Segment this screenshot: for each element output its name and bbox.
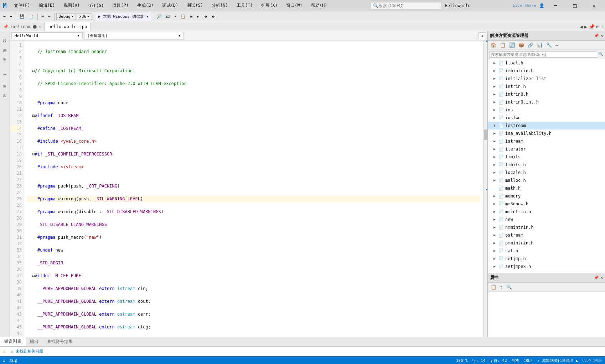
tree-item-ios[interactable]: ▶ 📄 ios <box>488 106 605 114</box>
tree-item-iostream[interactable]: ▼ 📄 iostream <box>488 122 605 130</box>
solution-search-input[interactable] <box>489 51 597 58</box>
sol-tool-7[interactable]: 🔧 <box>545 42 553 48</box>
toolbar-add[interactable]: + <box>479 32 486 39</box>
platform-dropdown[interactable]: x86 ▾ <box>77 13 92 20</box>
tree-item-initializer[interactable]: ▶ 📄 initializer_list <box>488 75 605 83</box>
status-add-source[interactable]: ↑ 添加到源代码管理 ▲ <box>537 358 578 363</box>
debug-config-dropdown[interactable]: Debug ▾ <box>56 13 76 20</box>
prop-tool-2[interactable]: ↕ <box>498 284 504 290</box>
tree-item-immintrin[interactable]: ▶ 📄 immintrin.h <box>488 67 605 75</box>
sidebar-icon-3[interactable]: 明 <box>1 51 9 59</box>
sol-search-icon[interactable]: 🔍 <box>599 52 604 57</box>
prop-pin-btn[interactable]: 📌 <box>594 275 599 280</box>
tree-item-locale-h[interactable]: ▶ 📄 locale.h <box>488 169 605 176</box>
menu-debug[interactable]: 调试(D) <box>159 2 181 9</box>
tab-pin-btn[interactable]: 📌 <box>589 24 595 30</box>
sidebar-icon-1[interactable]: 設 <box>1 33 9 41</box>
sol-close-btn[interactable]: ✕ <box>600 33 603 38</box>
tree-item-iterator[interactable]: ▶ 📄 iterator <box>488 145 605 153</box>
menu-view[interactable]: 视图(V) <box>61 2 83 9</box>
sidebar-icon-4[interactable]: 一 <box>1 69 9 77</box>
toolbar-save[interactable]: 💾 <box>18 13 26 20</box>
menu-tools[interactable]: 工具(T) <box>234 2 256 9</box>
tab-scroll-right[interactable]: ▶ <box>584 24 587 30</box>
toolbar-redo[interactable]: ↪ <box>46 13 52 20</box>
sidebar-icon-5[interactable]: 圖 <box>1 78 9 86</box>
sol-tool-4[interactable]: 📦 <box>517 42 526 48</box>
menu-ext[interactable]: 扩展(X) <box>258 2 280 9</box>
sol-tool-5[interactable]: 🔗 <box>526 42 535 48</box>
menu-test[interactable]: 测试(S) <box>184 2 206 9</box>
tree-item-intrin0[interactable]: ▶ 📄 intrin0.h <box>488 90 605 98</box>
code-scrollbar[interactable] <box>483 41 487 337</box>
sol-pin-btn[interactable]: 📌 <box>594 33 599 38</box>
search-input[interactable] <box>378 3 435 8</box>
minimize-button[interactable]: − <box>547 0 564 11</box>
toolbar-btn-3[interactable]: ✂ <box>172 13 179 20</box>
tree-item-float-h[interactable]: ▶ 📄 float.h <box>488 59 605 67</box>
toolbar-btn-8[interactable]: ⏭ <box>210 13 217 20</box>
toolbar-btn-7[interactable]: ⏮ <box>202 13 209 20</box>
tab-close-btn[interactable]: ✕ <box>39 25 41 28</box>
tree-item-memory[interactable]: ▶ 📄 memory <box>488 192 605 200</box>
toolbar-btn-6[interactable]: ▶ <box>195 13 201 20</box>
tree-item-setjmpex[interactable]: ▶ 📄 setjmpex.h <box>488 263 605 270</box>
live-share-button[interactable]: Live Share <box>513 3 536 8</box>
toolbar-undo[interactable]: ↩ <box>40 13 46 20</box>
tab-find-results[interactable]: 查找符号结果 <box>43 337 77 346</box>
sol-tool-2[interactable]: 📋 <box>498 42 507 48</box>
add-btn[interactable]: + <box>479 32 486 39</box>
menu-analyze[interactable]: 分析(N) <box>209 2 231 9</box>
close-button[interactable]: × <box>586 0 602 11</box>
code-text-area[interactable]: // iostream standard header ⊟// Copyrigh… <box>24 41 483 337</box>
sol-tool-1[interactable]: 🏠 <box>489 42 498 48</box>
tree-item-mmintrin[interactable]: ▶ 📄 mmintrin.h <box>488 208 605 216</box>
toolbar-back[interactable]: ⬅ <box>1 13 7 20</box>
tab-scroll-left[interactable]: ◀ <box>580 24 583 30</box>
sol-tool-6[interactable]: 📊 <box>536 42 544 48</box>
menu-window[interactable]: 窗口(W) <box>283 2 305 9</box>
tree-item-malloc-h[interactable]: ▶ 📄 malloc.h <box>488 176 605 184</box>
tree-item-math-h[interactable]: ▶ 📄 math.h <box>488 184 605 192</box>
prop-tool-3[interactable]: 🔍 <box>505 284 513 290</box>
tree-item-mm3dnow[interactable]: ▶ 📄 mm3dnow.h <box>488 200 605 208</box>
tree-item-isa[interactable]: ▶ 📄 isa_availability.h <box>488 130 605 137</box>
sidebar-icon-2[interactable]: 調 <box>1 42 9 50</box>
error-link[interactable]: ⚠ 未找到相关问题 <box>11 349 43 354</box>
scrollbar-thumb[interactable] <box>484 130 487 140</box>
tree-item-setjmp[interactable]: ▶ 📄 setjmp.h <box>488 255 605 263</box>
tab-hello-world[interactable]: hello_world.cpp <box>45 22 91 31</box>
sidebar-icon-6[interactable]: 鑑 <box>1 88 9 95</box>
tree-item-intrin0inl[interactable]: ▶ 📄 intrin0.inl.h <box>488 98 605 106</box>
menu-build[interactable]: 生成(B) <box>134 2 156 9</box>
toolbar-forward[interactable]: ➡ <box>8 13 14 20</box>
tab-iostream[interactable]: 📌 iostream ⬤ ✕ <box>0 22 45 31</box>
tree-item-istream[interactable]: ▶ 📄 istream <box>488 137 605 145</box>
tree-item-limits-h[interactable]: ▶ 📄 limits.h <box>488 161 605 169</box>
toolbar-btn-4[interactable]: 📋 <box>179 13 187 20</box>
tab-add[interactable]: + <box>601 24 604 30</box>
tree-item-limits[interactable]: ▶ 📄 limits <box>488 153 605 161</box>
tree-item-ostream[interactable]: ▶ 📄 ostream <box>488 231 605 239</box>
tab-split[interactable]: ⊞ <box>596 24 599 30</box>
tree-item-pmmintrin[interactable]: ▶ 📄 pmmintrin.h <box>488 239 605 247</box>
toolbar-saveall[interactable]: 📑 <box>27 13 36 20</box>
menu-edit[interactable]: 编辑(E) <box>36 2 58 9</box>
sol-tool-3[interactable]: 🔄 <box>508 42 516 48</box>
menu-git[interactable]: Git(G) <box>86 2 107 9</box>
restore-button[interactable]: □ <box>567 0 583 11</box>
tab-close-icon[interactable]: ⬤ <box>33 25 37 28</box>
tree-item-intrin[interactable]: ▶ 📄 intrin.h <box>488 83 605 90</box>
toolbar-btn-2[interactable]: 🗃 <box>164 13 172 20</box>
sol-tool-minus[interactable]: — <box>554 42 560 48</box>
toolbar-btn-1[interactable]: 🔎 <box>155 13 164 20</box>
search-box[interactable]: 🔍 <box>371 2 442 9</box>
project-selector[interactable]: HelloWorld ▾ <box>11 32 83 39</box>
prop-tool-1[interactable]: 📋 <box>489 284 498 290</box>
toolbar-btn-5[interactable]: ≡ <box>188 13 194 20</box>
tree-item-iosfwd[interactable]: ▶ 📄 iosfwd <box>488 114 605 122</box>
menu-file[interactable]: 文件(F) <box>11 2 33 9</box>
tree-item-sal[interactable]: ▶ 📄 sal.h <box>488 247 605 255</box>
run-button[interactable]: ▶ 本地 Windows 调试器 ▾ <box>96 13 151 20</box>
tree-item-nmmintrin[interactable]: ▶ 📄 nmmintrin.h <box>488 223 605 231</box>
